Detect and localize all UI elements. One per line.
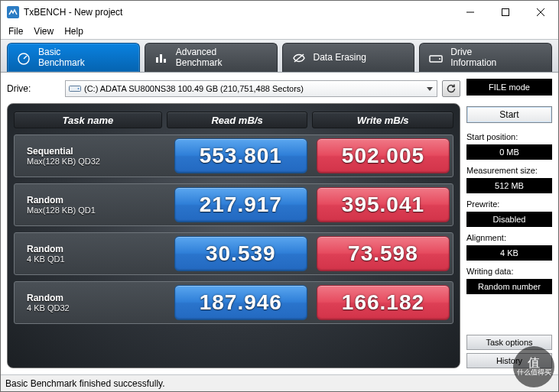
alignment-button[interactable]: 4 KB xyxy=(466,245,552,261)
drive-select[interactable]: (C:) ADATA SU800NS38 100.49 GB (210,751,… xyxy=(65,80,437,97)
erase-icon xyxy=(291,50,307,66)
task-line1: Random xyxy=(27,244,165,254)
task-line1: Random xyxy=(27,195,165,206)
hdd-icon xyxy=(69,84,81,93)
title-bar: TxBENCH - New project xyxy=(1,1,558,24)
writing-data-label: Writing data: xyxy=(466,267,552,276)
maximize-button[interactable] xyxy=(488,1,523,24)
tab-sublabel: Benchmark xyxy=(176,57,223,68)
tab-basic-benchmark[interactable]: BasicBenchmark xyxy=(7,43,140,72)
tab-advanced-benchmark[interactable]: AdvancedBenchmark xyxy=(145,43,278,72)
tab-strip: BasicBenchmark AdvancedBenchmark Data Er… xyxy=(1,39,558,73)
task-name: Random4 KB QD1 xyxy=(18,236,165,271)
header-task: Task name xyxy=(14,112,162,128)
minimize-button[interactable] xyxy=(453,1,488,24)
svg-rect-9 xyxy=(164,59,166,63)
result-row: SequentialMax(128 KB) QD32 553.801 502.0… xyxy=(14,134,453,177)
svg-rect-2 xyxy=(502,9,509,16)
task-line2: 4 KB QD1 xyxy=(27,254,165,264)
read-value: 187.946 xyxy=(174,285,307,320)
drive-row: Drive: (C:) ADATA SU800NS38 100.49 GB (2… xyxy=(7,79,460,99)
task-line2: Max(128 KB) QD32 xyxy=(27,157,165,166)
write-value: 395.041 xyxy=(317,187,450,222)
refresh-button[interactable] xyxy=(442,80,460,97)
tab-label: Drive xyxy=(450,47,472,57)
gauge-icon xyxy=(15,50,32,66)
svg-rect-7 xyxy=(156,57,158,63)
history-button[interactable]: History xyxy=(466,353,552,368)
task-line2: 4 KB QD32 xyxy=(27,303,165,313)
svg-point-12 xyxy=(439,58,440,60)
svg-point-14 xyxy=(78,88,80,89)
side-panel: FILE mode Start Start position: 0 MB Mea… xyxy=(466,79,552,368)
start-position-button[interactable]: 0 MB xyxy=(466,144,552,160)
results-panel: Task name Read mB/s Write mB/s Sequentia… xyxy=(7,103,460,368)
task-options-button[interactable]: Task options xyxy=(466,335,552,350)
left-pane: Drive: (C:) ADATA SU800NS38 100.49 GB (2… xyxy=(7,79,460,368)
task-name: RandomMax(128 KB) QD1 xyxy=(18,187,165,222)
bars-icon xyxy=(153,50,170,66)
header-row: Task name Read mB/s Write mB/s xyxy=(14,112,453,128)
close-button[interactable] xyxy=(523,1,558,24)
header-read: Read mB/s xyxy=(167,112,308,128)
prewrite-button[interactable]: Disabled xyxy=(466,212,552,227)
read-value: 30.539 xyxy=(174,236,307,271)
start-button[interactable]: Start xyxy=(466,106,552,123)
svg-line-6 xyxy=(24,56,27,59)
tab-label: Basic xyxy=(38,47,60,57)
result-row: Random4 KB QD32 187.946 166.182 xyxy=(14,281,453,324)
start-position-label: Start position: xyxy=(466,132,552,141)
drive-select-value: (C:) ADATA SU800NS38 100.49 GB (210,751,… xyxy=(84,84,304,93)
window-title: TxBENCH - New project xyxy=(24,7,122,18)
content-area: Drive: (C:) ADATA SU800NS38 100.49 GB (2… xyxy=(1,73,558,374)
tab-sublabel: Benchmark xyxy=(38,57,85,68)
menu-help[interactable]: Help xyxy=(64,26,83,37)
tab-sublabel: Information xyxy=(450,57,496,68)
file-mode-button[interactable]: FILE mode xyxy=(466,79,552,96)
task-name: Random4 KB QD32 xyxy=(18,285,165,320)
drive-icon xyxy=(427,50,444,66)
close-icon xyxy=(537,8,544,16)
menu-bar: File View Help xyxy=(1,24,558,39)
write-value: 502.005 xyxy=(317,138,450,173)
header-write: Write mB/s xyxy=(312,112,453,128)
tab-drive-information[interactable]: DriveInformation xyxy=(419,43,552,72)
maximize-icon xyxy=(502,8,509,16)
read-value: 217.917 xyxy=(174,187,307,222)
svg-rect-8 xyxy=(160,54,162,63)
minimize-icon xyxy=(466,8,474,16)
result-row: RandomMax(128 KB) QD1 217.917 395.041 xyxy=(14,183,453,226)
drive-label: Drive: xyxy=(7,83,60,94)
measurement-size-button[interactable]: 512 MB xyxy=(466,178,552,193)
refresh-icon xyxy=(446,83,457,94)
status-bar: Basic Benchmark finished successfully. xyxy=(1,374,558,391)
writing-data-button[interactable]: Random number xyxy=(466,279,552,294)
result-row: Random4 KB QD1 30.539 73.598 xyxy=(14,232,453,275)
write-value: 73.598 xyxy=(317,236,450,271)
menu-file[interactable]: File xyxy=(8,26,23,37)
tab-data-erasing[interactable]: Data Erasing xyxy=(282,43,415,72)
task-line1: Sequential xyxy=(27,146,165,157)
tab-label: Data Erasing xyxy=(314,53,366,63)
write-value: 166.182 xyxy=(317,285,450,320)
read-value: 553.801 xyxy=(174,138,307,173)
measurement-size-label: Measurement size: xyxy=(466,166,552,175)
status-text: Basic Benchmark finished successfully. xyxy=(5,378,165,389)
tab-label: Advanced xyxy=(176,47,216,57)
task-line2: Max(128 KB) QD1 xyxy=(27,206,165,215)
prewrite-label: Prewrite: xyxy=(466,199,552,209)
menu-view[interactable]: View xyxy=(34,26,54,37)
task-line1: Random xyxy=(27,293,165,303)
task-name: SequentialMax(128 KB) QD32 xyxy=(18,138,165,173)
app-icon xyxy=(7,6,19,18)
alignment-label: Alignment: xyxy=(466,233,552,242)
